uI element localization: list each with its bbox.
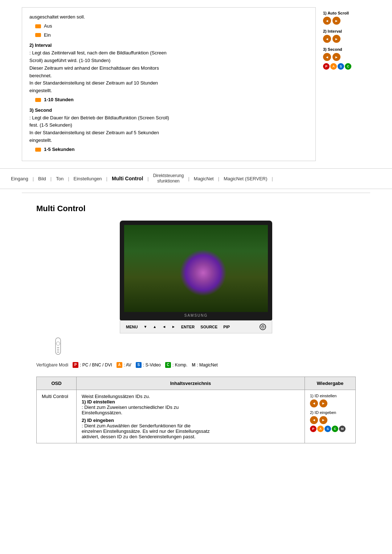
mode-a-item: A : AV: [117, 362, 131, 368]
bullet-ein: Ein: [35, 32, 308, 39]
interval-desc3: Dieser Zeitraum wird anhand der Einschal…: [29, 65, 308, 72]
tab-bild[interactable]: Bild: [34, 175, 50, 183]
mode-badge-p: P: [73, 362, 78, 368]
interval-left-arrow[interactable]: ◄: [323, 35, 331, 43]
mode-p-label: : PC / BNC / DVI: [80, 362, 112, 368]
row1-desc5: einzelnen Einstellungssätze. Es wird nur…: [82, 428, 299, 434]
right-button[interactable]: ►: [172, 325, 175, 329]
mode-p-item: P : PC / BNC / DVI: [73, 362, 112, 368]
pasc-badges: P A S C: [323, 63, 370, 70]
interval-desc2: Scroll) ausgeführt wird. (1-10 Stunden): [29, 57, 308, 65]
table-header-playback: Wiedergabe: [305, 377, 356, 390]
tab-eingang[interactable]: Eingang: [7, 175, 32, 183]
side-item-second-label: 3) Second: [323, 47, 370, 52]
second-desc1: : Legt die Dauer für den Betrieb der Bil…: [29, 114, 308, 122]
row1-desc6: aktiviert, dessen ID zu den Sendereinste…: [82, 434, 299, 439]
second-arrows: ◄ ►: [323, 53, 370, 61]
badge-c: C: [345, 63, 351, 70]
side-item-interval: 2) Interval ◄ ►: [323, 29, 370, 43]
multi-control-section: Multi Control SAMSUNG MENU ▼ ▲ ◄ ► ENTER…: [0, 197, 392, 451]
tab-magicnet[interactable]: MagicNet: [190, 175, 217, 183]
svg-rect-4: [57, 347, 59, 348]
table-header-content: Inhaltsverzeichnis: [77, 377, 305, 390]
side-item-autoscroll: 1) Auto Scroll ◄ ►: [323, 11, 370, 25]
svg-rect-5: [57, 349, 59, 350]
bullet-second: 1-5 Sekunden: [35, 146, 308, 153]
playback-right-1[interactable]: ►: [319, 399, 327, 407]
tab-magicnet-server[interactable]: MagicNet (SERVER): [220, 175, 271, 183]
mode-s-item: S : S-Video: [136, 362, 161, 368]
interval-label: 2) Interval: [29, 42, 308, 49]
intro-line: ausgeschaltet werden soll.: [29, 13, 308, 21]
mode-badge-c: C: [165, 362, 171, 368]
down-button[interactable]: ▼: [143, 325, 147, 329]
playback-arrows-2: ◄ ►: [310, 416, 350, 424]
autoscroll-left-arrow[interactable]: ◄: [323, 17, 331, 25]
second-label: 3) Second: [29, 107, 308, 114]
tv-screen-flower: [124, 225, 268, 312]
bullet-aus: Aus: [35, 22, 308, 30]
table-cell-playback: 1) ID einstellen ◄ ► 2) ID eingeben ◄ ► …: [305, 390, 356, 443]
enter-button[interactable]: ENTER: [181, 325, 195, 329]
bullet-interval: 1-10 Stunden: [35, 96, 308, 104]
playback-right-2[interactable]: ►: [319, 416, 327, 424]
mode-a-label: : AV: [124, 362, 131, 368]
badge-p: P: [323, 63, 330, 70]
tab-einstellungen[interactable]: Einstellungen: [70, 175, 106, 183]
pip-button[interactable]: PIP: [223, 325, 230, 329]
left-button[interactable]: ◄: [162, 325, 166, 329]
tab-multi-control[interactable]: Multi Control: [108, 174, 147, 183]
playback-label2: 2) ID eingeben: [310, 410, 350, 415]
second-bullet-label: 1-5 Sekunden: [44, 146, 75, 153]
table-pasc-badges: P A S C M: [310, 426, 350, 432]
autoscroll-right-arrow[interactable]: ►: [332, 17, 340, 25]
second-desc2: fest. (1-5 Sekunden): [29, 122, 308, 129]
modes-label: Verfügbare Modi: [36, 362, 68, 368]
table-row: Multi Control Weist Einstellungssätzen I…: [37, 390, 356, 443]
remote-icon: [51, 337, 65, 355]
playback-label1: 1) ID einstellen: [310, 394, 350, 398]
row1-bold2: 2) ID eingeben: [82, 418, 299, 423]
t-badge-c: C: [332, 426, 338, 432]
side-item-second: 3) Second ◄ ► P A S C: [323, 47, 370, 70]
interval-right-arrow[interactable]: ►: [332, 35, 340, 43]
t-badge-a: A: [317, 426, 324, 432]
mode-m-label: : MagicNet: [197, 362, 217, 368]
badge-a: A: [330, 63, 337, 70]
second-left-arrow[interactable]: ◄: [323, 53, 331, 61]
source-button[interactable]: SOURCE: [200, 325, 217, 329]
up-button[interactable]: ▲: [153, 325, 156, 329]
tv-brand: SAMSUNG: [124, 313, 268, 317]
bullet-icon-aus: [35, 24, 41, 28]
playback-left-1[interactable]: ◄: [310, 399, 318, 407]
row1-desc1: Weist Einstellungssätzen IDs zu.: [82, 394, 299, 399]
bullet-icon-interval: [35, 98, 41, 102]
tab-direktsteuerung[interactable]: Direktsteuerung sfunktionen: [150, 172, 188, 186]
mode-c-item: C : Komp.: [165, 362, 187, 368]
interval-bullet-label: 1-10 Stunden: [44, 96, 74, 104]
table-header-osd: OSD: [37, 377, 77, 390]
playback-left-2[interactable]: ◄: [310, 416, 318, 424]
playback-arrows-1: ◄ ►: [310, 399, 350, 407]
power-button[interactable]: [260, 324, 266, 330]
second-right-arrow[interactable]: ►: [332, 53, 340, 61]
available-modes: Verfügbare Modi P : PC / BNC / DVI A : A…: [36, 362, 356, 368]
mode-c-label: : Komp.: [172, 362, 187, 368]
interval-desc1: : Legt das Zeitintervall fest, nach dem …: [29, 49, 308, 57]
row1-desc3: Einstellungssätzen.: [82, 410, 299, 415]
side-item-interval-label: 2) Interval: [323, 29, 370, 33]
mode-m-item: M : MagicNet: [192, 362, 217, 368]
svg-point-3: [56, 342, 60, 345]
second-desc3: In der Standardeinstellung ist dieser Ze…: [29, 129, 308, 137]
side-panel: 1) Auto Scroll ◄ ► 2) Interval ◄ ► 3) Se…: [323, 7, 370, 161]
menu-button[interactable]: MENU: [126, 325, 138, 329]
interval-arrows: ◄ ►: [323, 35, 370, 43]
mode-m-badge: M: [192, 362, 195, 368]
t-badge-m: M: [339, 426, 346, 432]
badge-s: S: [338, 63, 344, 70]
second-desc4: eingestellt.: [29, 137, 308, 144]
bullet-icon-second: [35, 148, 41, 152]
tab-ton[interactable]: Ton: [52, 175, 67, 183]
t-badge-s: S: [324, 426, 331, 432]
tv-container: SAMSUNG MENU ▼ ▲ ◄ ► ENTER SOURCE PIP: [36, 221, 356, 333]
